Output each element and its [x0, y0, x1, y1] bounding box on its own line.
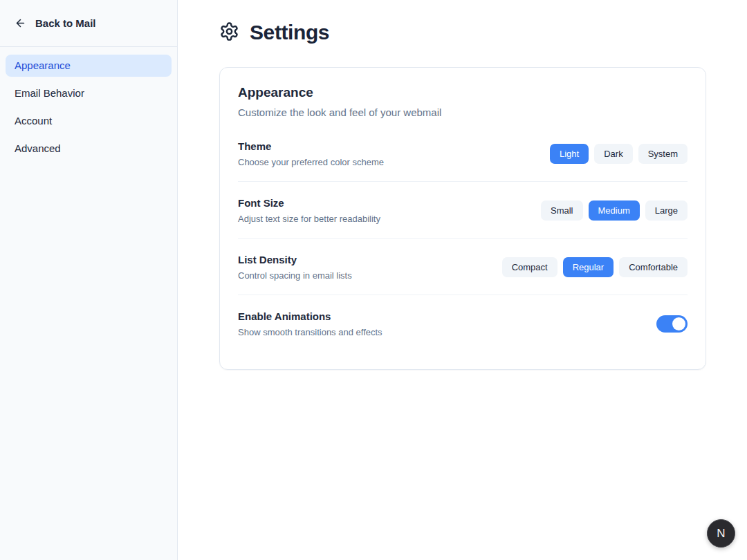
gear-icon: [219, 21, 239, 44]
option-list-density-compact[interactable]: Compact: [502, 257, 557, 277]
option-list-density-comfortable[interactable]: Comfortable: [619, 257, 688, 277]
setting-description: Adjust text size for better readability: [238, 214, 380, 224]
setting-text: List DensityControl spacing in email lis…: [238, 254, 352, 281]
setting-control: [656, 315, 688, 333]
setting-title: Enable Animations: [238, 310, 382, 322]
setting-title: Font Size: [238, 197, 380, 209]
setting-description: Show smooth transitions and effects: [238, 327, 382, 337]
card-title: Appearance: [238, 85, 688, 100]
option-font-size-medium[interactable]: Medium: [589, 200, 640, 221]
setting-control: LightDarkSystem: [550, 144, 688, 164]
setting-text: Enable AnimationsShow smooth transitions…: [238, 310, 382, 337]
settings-main: Settings Appearance Customize the look a…: [178, 0, 747, 560]
settings-sidebar: Back to Mail AppearanceEmail BehaviorAcc…: [0, 0, 178, 560]
toggle-knob: [672, 317, 685, 330]
sidebar-item-account[interactable]: Account: [6, 110, 172, 132]
option-theme-system[interactable]: System: [638, 144, 688, 164]
setting-control: CompactRegularComfortable: [502, 257, 688, 277]
card-subtitle: Customize the look and feel of your webm…: [238, 106, 688, 118]
option-font-size-large[interactable]: Large: [645, 200, 688, 221]
sidebar-item-appearance[interactable]: Appearance: [6, 55, 172, 77]
option-font-size-small[interactable]: Small: [541, 200, 583, 221]
setting-row-enable-animations: Enable AnimationsShow smooth transitions…: [238, 295, 688, 354]
sidebar-header: Back to Mail: [0, 0, 177, 47]
setting-row-list-density: List DensityControl spacing in email lis…: [238, 239, 688, 295]
setting-description: Choose your preferred color scheme: [238, 157, 384, 167]
setting-row-theme: ThemeChoose your preferred color schemeL…: [238, 125, 688, 182]
option-list-density-regular[interactable]: Regular: [563, 257, 614, 277]
setting-control: SmallMediumLarge: [541, 200, 688, 221]
settings-rows: ThemeChoose your preferred color schemeL…: [238, 125, 688, 354]
sidebar-item-advanced[interactable]: Advanced: [6, 138, 172, 160]
arrow-left-icon: [15, 17, 26, 29]
page-title: Settings: [250, 21, 329, 44]
n-logo: N: [717, 527, 725, 541]
setting-title: List Density: [238, 254, 352, 265]
back-to-mail-label: Back to Mail: [35, 17, 96, 29]
brand-badge-button[interactable]: N: [707, 519, 735, 548]
setting-title: Theme: [238, 140, 384, 152]
setting-text: ThemeChoose your preferred color scheme: [238, 140, 384, 167]
page-header: Settings: [219, 21, 706, 44]
settings-nav: AppearanceEmail BehaviorAccountAdvanced: [0, 47, 177, 167]
option-theme-dark[interactable]: Dark: [594, 144, 632, 164]
setting-row-font-size: Font SizeAdjust text size for better rea…: [238, 182, 688, 239]
option-theme-light[interactable]: Light: [550, 144, 589, 164]
sidebar-item-email-behavior[interactable]: Email Behavior: [6, 82, 172, 104]
setting-description: Control spacing in email lists: [238, 270, 352, 281]
setting-text: Font SizeAdjust text size for better rea…: [238, 197, 380, 224]
toggle-enable-animations[interactable]: [656, 315, 688, 333]
back-to-mail-button[interactable]: Back to Mail: [15, 17, 96, 29]
appearance-card: Appearance Customize the look and feel o…: [219, 67, 706, 370]
